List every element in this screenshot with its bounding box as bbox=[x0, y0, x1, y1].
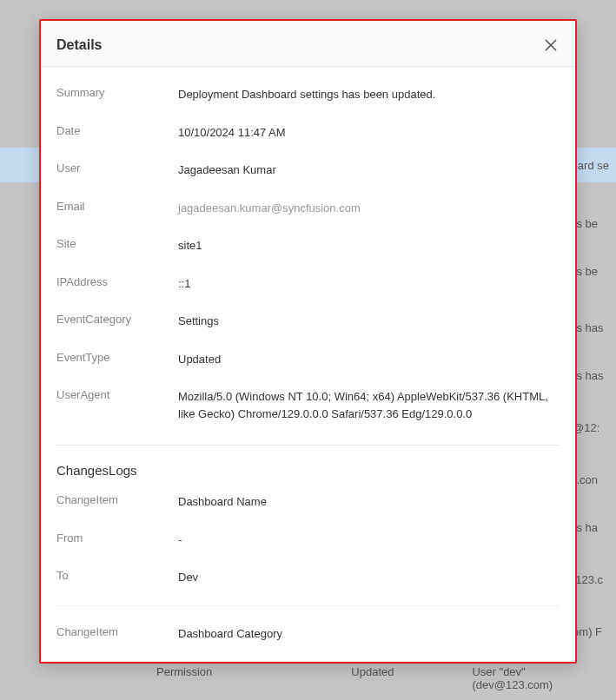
section-divider bbox=[56, 445, 560, 446]
detail-label: User bbox=[56, 162, 178, 175]
change-label-from: From bbox=[56, 532, 178, 545]
change-row: ChangeItemDashboard Category bbox=[56, 615, 560, 653]
change-value-item: Dashboard Category bbox=[178, 625, 560, 643]
detail-row: UserAgentMozilla/5.0 (Windows NT 10.0; W… bbox=[56, 378, 560, 433]
detail-value: 10/10/2024 11:47 AM bbox=[178, 124, 560, 142]
detail-row: SummaryDeployment Dashboard settings has… bbox=[56, 76, 560, 114]
detail-value: Deployment Dashboard settings has been u… bbox=[178, 86, 560, 103]
change-row: ToDev bbox=[56, 558, 560, 597]
detail-value: site1 bbox=[178, 237, 560, 254]
detail-value: Settings bbox=[178, 313, 560, 330]
detail-value: Jagadeesan Kumar bbox=[178, 162, 560, 179]
changes-logs-title: ChangesLogs bbox=[56, 452, 560, 483]
change-label-to: To bbox=[56, 569, 178, 582]
change-row: ChangeItemDashboard Name bbox=[56, 483, 560, 521]
change-value-to: Dev bbox=[178, 569, 560, 586]
change-label-item: ChangeItem bbox=[56, 493, 178, 506]
change-row: From- bbox=[56, 652, 560, 662]
detail-value: jagadeesan.kumar@syncfusion.com bbox=[178, 200, 560, 217]
detail-row: Sitesite1 bbox=[56, 227, 560, 265]
detail-row: EventTypeUpdated bbox=[56, 340, 560, 379]
change-value-from: - bbox=[178, 532, 560, 549]
close-icon bbox=[545, 39, 557, 51]
detail-label: Email bbox=[56, 200, 178, 213]
change-divider bbox=[56, 605, 560, 606]
detail-label: Site bbox=[56, 237, 178, 250]
detail-value: ::1 bbox=[178, 275, 560, 293]
detail-row: Emailjagadeesan.kumar@syncfusion.com bbox=[56, 189, 560, 228]
detail-label: UserAgent bbox=[56, 388, 178, 401]
detail-label: Date bbox=[56, 124, 178, 137]
background-footer: Permission Updated User "dev" (dev@123.c… bbox=[0, 665, 616, 691]
change-label-item: ChangeItem bbox=[56, 625, 178, 638]
detail-value: Mozilla/5.0 (Windows NT 10.0; Win64; x64… bbox=[178, 388, 560, 422]
modal-body[interactable]: SummaryDeployment Dashboard settings has… bbox=[41, 67, 575, 662]
detail-label: EventCategory bbox=[56, 313, 178, 326]
details-modal: Details SummaryDeployment Dashboard sett… bbox=[39, 19, 577, 664]
detail-value: Updated bbox=[178, 351, 560, 368]
detail-row: EventCategorySettings bbox=[56, 302, 560, 340]
detail-label: IPAddress bbox=[56, 275, 178, 288]
detail-row: UserJagadeesan Kumar bbox=[56, 151, 560, 189]
close-button[interactable] bbox=[542, 36, 560, 54]
detail-label: Summary bbox=[56, 86, 178, 99]
detail-row: Date10/10/2024 11:47 AM bbox=[56, 114, 560, 152]
detail-row: IPAddress::1 bbox=[56, 265, 560, 303]
modal-header: Details bbox=[41, 21, 575, 67]
modal-title: Details bbox=[56, 37, 102, 53]
change-value-item: Dashboard Name bbox=[178, 493, 560, 511]
detail-label: EventType bbox=[56, 351, 178, 364]
change-row: From- bbox=[56, 521, 560, 559]
